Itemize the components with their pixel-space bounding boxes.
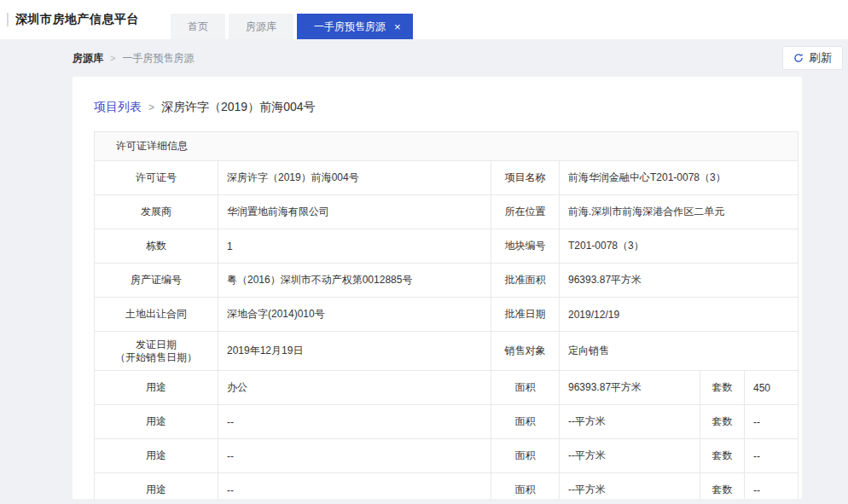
cell-value: 96393.87平方米 — [560, 264, 799, 298]
brand-divider — [7, 13, 9, 26]
cell-value: -- — [218, 473, 491, 500]
section-title: 许可证详细信息 — [95, 132, 799, 161]
breadcrumb: 房源库 > 一手房预售房源 — [73, 51, 194, 66]
breadcrumb-root[interactable]: 房源库 — [73, 51, 103, 66]
cell-label: 批准面积 — [491, 264, 560, 298]
refresh-label: 刷新 — [809, 50, 832, 66]
cell-label: 土地出让合同 — [95, 298, 218, 332]
project-list-link[interactable]: 项目列表 — [94, 100, 142, 115]
cell-value: 办公 — [218, 371, 491, 405]
cell-value: 前海.深圳市前海深港合作区二单元 — [560, 195, 799, 229]
cell-label: 栋数 — [95, 229, 218, 264]
cell-value: -- — [745, 405, 799, 439]
cell-label: 用途 — [95, 405, 218, 439]
cell-label: 面积 — [491, 371, 560, 405]
cell-label: 用途 — [95, 439, 218, 473]
cell-value: -- — [218, 439, 491, 473]
cell-label: 所在位置 — [491, 195, 560, 229]
tab-close-icon[interactable]: × — [394, 21, 401, 32]
page-title-line: 项目列表 > 深房许字（2019）前海004号 — [94, 77, 798, 131]
title-separator-icon: > — [148, 101, 154, 113]
cell-label: 套数 — [700, 371, 745, 405]
cell-value: 深地合字(2014)010号 — [218, 298, 491, 332]
top-header: 深圳市房地产信息平台 首页 房源库 一手房预售房源 × — [0, 0, 848, 39]
table-row-usage: 用途 办公 面积 96393.87平方米 套数 450 — [95, 371, 799, 405]
cell-label: 用途 — [95, 473, 218, 500]
breadcrumb-separator-icon: > — [110, 53, 115, 63]
table-row-issue-date: 发证日期 （开始销售日期） 2019年12月19日 销售对象 定向销售 — [95, 332, 799, 371]
license-detail-table: 许可证详细信息 许可证号 深房许字（2019）前海004号 项目名称 前海华润金… — [94, 131, 799, 499]
cell-label: 套数 — [700, 405, 745, 439]
table-row-usage: 用途 -- 面积 --平方米 套数 -- — [95, 405, 799, 439]
cell-value: -- — [745, 439, 799, 473]
cell-value: 2019/12/19 — [560, 298, 799, 332]
page-title: 深房许字（2019）前海004号 — [161, 100, 316, 115]
tab-home-label: 首页 — [188, 20, 208, 34]
tab-presale-label: 一手房预售房源 — [314, 20, 386, 34]
cell-label: 发展商 — [95, 195, 218, 229]
cell-value: --平方米 — [560, 405, 700, 439]
cell-label: 面积 — [491, 439, 560, 473]
brand: 深圳市房地产信息平台 — [0, 12, 139, 27]
cell-value: 450 — [745, 371, 799, 405]
table-row-license-no: 许可证号 深房许字（2019）前海004号 项目名称 前海华润金融中心T201-… — [95, 161, 799, 195]
tab-housing-library[interactable]: 房源库 — [229, 14, 293, 39]
cell-value: 1 — [218, 229, 491, 264]
cell-label: 套数 — [700, 439, 745, 473]
refresh-icon — [793, 53, 804, 63]
cell-label: 面积 — [491, 473, 560, 500]
table-row-usage: 用途 -- 面积 --平方米 套数 -- — [95, 473, 799, 500]
tab-presale-active[interactable]: 一手房预售房源 × — [297, 14, 413, 39]
cell-label: 批准日期 — [491, 298, 560, 332]
tab-bar: 首页 房源库 一手房预售房源 × — [171, 14, 413, 39]
cell-value: 定向销售 — [560, 332, 799, 371]
cell-label: 发证日期 （开始销售日期） — [95, 332, 218, 371]
tab-housing-library-label: 房源库 — [246, 20, 276, 34]
refresh-button[interactable]: 刷新 — [782, 46, 843, 70]
cell-label: 地块编号 — [491, 229, 560, 264]
cell-value: 2019年12月19日 — [218, 332, 491, 371]
breadcrumb-bar: 房源库 > 一手房预售房源 刷新 — [0, 39, 848, 77]
table-row-land-contract: 土地出让合同 深地合字(2014)010号 批准日期 2019/12/19 — [95, 298, 799, 332]
cell-value: 96393.87平方米 — [560, 371, 700, 405]
cell-value: 深房许字（2019）前海004号 — [218, 161, 491, 195]
cell-value: -- — [745, 473, 799, 500]
app-title: 深圳市房地产信息平台 — [15, 12, 139, 27]
content-card: 项目列表 > 深房许字（2019）前海004号 许可证详细信息 许可证号 深房许… — [73, 77, 802, 499]
cell-label: 面积 — [491, 405, 560, 439]
table-section-header: 许可证详细信息 — [95, 132, 799, 161]
cell-value: 华润置地前海有限公司 — [218, 195, 491, 229]
cell-label: 销售对象 — [491, 332, 560, 371]
cell-value: T201-0078（3） — [560, 229, 799, 264]
table-row-usage: 用途 -- 面积 --平方米 套数 -- — [95, 439, 799, 473]
cell-value: 前海华润金融中心T201-0078（3） — [560, 161, 799, 195]
cell-value: --平方米 — [560, 439, 700, 473]
cell-label: 套数 — [700, 473, 745, 500]
table-row-developer: 发展商 华润置地前海有限公司 所在位置 前海.深圳市前海深港合作区二单元 — [95, 195, 799, 229]
cell-label: 许可证号 — [95, 161, 218, 195]
breadcrumb-current: 一手房预售房源 — [122, 51, 194, 66]
cell-value: -- — [218, 405, 491, 439]
cell-label: 项目名称 — [491, 161, 560, 195]
table-row-buildings: 栋数 1 地块编号 T201-0078（3） — [95, 229, 799, 264]
cell-label: 房产证编号 — [95, 264, 218, 298]
table-row-property-cert: 房产证编号 粤（2016）深圳市不动产权第0012885号 批准面积 96393… — [95, 264, 799, 298]
cell-value: 粤（2016）深圳市不动产权第0012885号 — [218, 264, 491, 298]
cell-label: 用途 — [95, 371, 218, 405]
cell-value: --平方米 — [560, 473, 700, 500]
tab-home[interactable]: 首页 — [171, 14, 225, 39]
